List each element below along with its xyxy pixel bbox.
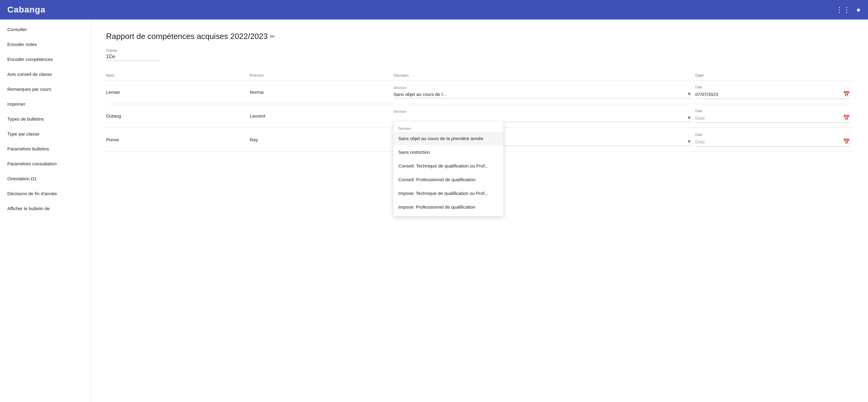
date-field-2: Date Date 📅 [695, 133, 850, 146]
dropdown-menu-item-0[interactable]: Sans objet au cours de la première année [394, 132, 503, 145]
table-row: Outang Laurent Décision ▼ [106, 104, 854, 128]
date-value-2[interactable]: Date 📅 [695, 137, 850, 146]
date-field-label-1: Date [695, 109, 850, 113]
col-header-decision: Décision [394, 71, 695, 80]
dropdown-menu-item-1[interactable]: Sans restriction [394, 145, 503, 159]
classe-label: Classe [106, 48, 854, 53]
grid-icon[interactable]: ⋮⋮ [836, 5, 850, 14]
decision-cell-wrapper-1: Décision ▼ Décision Sans objet au cours … [394, 110, 691, 122]
decision-field-1: Décision ▼ [394, 110, 691, 122]
student-date-cell-1: Date Date 📅 [695, 104, 854, 128]
table-row: Leman Norma Décision Sans objet au cours… [106, 80, 854, 104]
student-nom-2: Ponse [106, 128, 250, 152]
account-icon[interactable]: ● [857, 5, 861, 14]
sidebar-item-encoder-competences[interactable]: Encoder compétences [0, 52, 91, 67]
date-field-1: Date Date 📅 [695, 109, 850, 123]
main-content: Rapport de compétences acquises 2022/202… [91, 20, 868, 402]
student-prenom-1: Laurent [250, 104, 394, 128]
date-placeholder-1: Date [695, 115, 705, 121]
sidebar-item-encoder-notes[interactable]: Encoder notes [0, 37, 91, 52]
dropdown-arrow-2: ▼ [687, 139, 691, 144]
logo: Cabanga [7, 5, 45, 14]
sidebar-item-decisions-fin-annee[interactable]: Décisions de fin d'année [0, 186, 91, 201]
student-prenom-0: Norma [250, 80, 394, 104]
date-field-label-0: Date [695, 85, 850, 89]
decision-select-0[interactable]: Sans objet au cours de l... ▼ [394, 90, 691, 98]
sidebar-item-type-classe[interactable]: Type par classe [0, 126, 91, 141]
sidebar-item-avis-conseil[interactable]: Avis conseil de classe [0, 67, 91, 81]
col-header-date: Date [695, 71, 854, 80]
dropdown-menu-item-2[interactable]: Conseil: Technique de qualification ou P… [394, 159, 503, 173]
calendar-icon-1[interactable]: 📅 [843, 114, 850, 121]
student-decision-cell-1: Décision ▼ Décision Sans objet au cours … [394, 104, 695, 128]
sidebar-item-imprimer[interactable]: Imprimer [0, 97, 91, 111]
date-placeholder-2: Date [695, 139, 705, 144]
student-nom-1: Outang [106, 104, 250, 128]
calendar-icon-2[interactable]: 📅 [843, 138, 850, 145]
dropdown-menu-item-3[interactable]: Conseil: Professionnel de qualification [394, 173, 503, 187]
dropdown-menu-label: Décision [394, 124, 503, 132]
decision-field-label-0: Décision [394, 86, 691, 90]
student-nom-0: Leman [106, 80, 250, 104]
dropdown-arrow-0: ▼ [687, 91, 691, 97]
student-date-cell-2: Date Date 📅 [695, 128, 854, 152]
students-table: Nom Prénom Décision Date Leman Norma Déc… [106, 71, 854, 152]
student-date-cell-0: Date 07/07/2023 📅 [695, 80, 854, 104]
date-value-0[interactable]: 07/07/2023 📅 [695, 90, 850, 99]
sidebar-item-remarques[interactable]: Remarques par cours [0, 81, 91, 97]
col-header-prenom: Prénom [250, 71, 394, 80]
sidebar-item-orientation-d1[interactable]: Orientation D1 [0, 171, 91, 186]
classe-value: 1Ce [106, 54, 161, 61]
edit-icon[interactable]: ✏ [270, 33, 275, 40]
sidebar-item-types-bulletins[interactable]: Types de bulletins [0, 111, 91, 126]
layout: Consulter Encoder notes Encoder compéten… [0, 20, 868, 402]
sidebar-item-afficher-bulletin[interactable]: Afficher le bulletin de [0, 201, 91, 216]
student-prenom-2: Ray [250, 128, 394, 152]
dropdown-arrow-1: ▼ [687, 115, 691, 121]
calendar-icon-0[interactable]: 📅 [843, 91, 850, 97]
sidebar-item-parametres-bulletins[interactable]: Paramètres bulletins [0, 141, 91, 156]
sidebar: Consulter Encoder notes Encoder compéten… [0, 20, 91, 402]
dropdown-menu-item-4[interactable]: Impose: Technique de qualification ou Pr… [394, 187, 503, 200]
date-value-1[interactable]: Date 📅 [695, 113, 850, 123]
decision-field-0: Décision Sans objet au cours de l... ▼ [394, 86, 691, 98]
dropdown-menu: Décision Sans objet au cours de la premi… [394, 122, 503, 216]
page-title: Rapport de compétences acquises 2022/202… [106, 32, 854, 41]
sidebar-item-parametres-consultation[interactable]: Paramètres consultation [0, 156, 91, 171]
student-decision-cell-0: Décision Sans objet au cours de l... ▼ [394, 80, 695, 104]
date-field-0: Date 07/07/2023 📅 [695, 85, 850, 99]
col-header-nom: Nom [106, 71, 250, 80]
decision-field-label-1: Décision [394, 110, 691, 113]
sidebar-item-consulter[interactable]: Consulter [0, 22, 91, 37]
header: Cabanga ⋮⋮ ● [0, 0, 868, 20]
date-field-label-2: Date [695, 133, 850, 136]
dropdown-menu-item-5[interactable]: Impose: Professionnel de qualification [394, 200, 503, 214]
header-icons: ⋮⋮ ● [836, 5, 861, 14]
decision-select-1[interactable]: ▼ [394, 114, 691, 122]
